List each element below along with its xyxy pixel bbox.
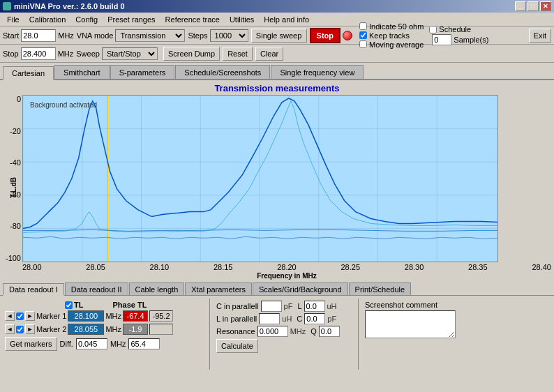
cable-xtal-section: C in parallell pF L uH L in parallell uH… (214, 299, 354, 370)
schedule-checkbox[interactable] (429, 26, 437, 33)
window-title: miniVNA Pro ver.: 2.6.0 build 0 (14, 2, 125, 10)
main-tabs: Cartesian Smithchart S-parameters Schedu… (0, 63, 554, 80)
moving-average-checkbox[interactable] (359, 40, 367, 48)
tab-single-frequency[interactable]: Single frequency view (271, 65, 364, 79)
resonance-unit: MHz (290, 327, 306, 336)
tab-scales[interactable]: Scales/Grid/Background (253, 282, 348, 295)
phase-tl-header: Phase TL (112, 301, 147, 309)
get-markers-row: Get markers Diff. 0.045 MHz 65.4 (5, 337, 203, 351)
stop-mhz: MHz (58, 50, 74, 58)
screenshot-section: Screenshot comment (363, 299, 467, 370)
marker1-phase: -95.2 (149, 310, 173, 322)
single-sweep-button[interactable]: Single sweep (251, 29, 307, 43)
menu-help[interactable]: Help and info (260, 15, 313, 24)
l-input[interactable] (304, 301, 325, 312)
vna-mode-select[interactable]: Transmission (115, 29, 185, 42)
tl-header: TL (74, 301, 83, 309)
start-mhz: MHz (58, 31, 74, 40)
marker2-freq: 28.055 (68, 324, 104, 335)
keep-tracks-checkbox[interactable] (359, 31, 367, 39)
menu-preset-ranges[interactable]: Preset ranges (103, 15, 159, 24)
marker1-prev[interactable]: ◄ (5, 311, 15, 321)
tab-cartesian[interactable]: Cartesian (3, 66, 54, 80)
marker1-tl: -67.4 (123, 310, 148, 322)
chart-inner: T.L.dB Background activated (22, 95, 551, 280)
marker2-checkbox[interactable] (16, 326, 24, 333)
chart-canvas: Background activated (22, 95, 498, 262)
toolbar-row2: Stop MHz Sweep Start/Stop Screen Dump Re… (0, 45, 554, 63)
y-tick-4: -80 (3, 222, 21, 230)
c-parallel-input[interactable] (261, 301, 282, 312)
marker1-label: Marker 1 (36, 312, 66, 320)
l-parallel-input[interactable] (259, 313, 280, 324)
indicate-50ohm-checkbox[interactable] (359, 22, 367, 30)
window-controls: _ □ ✕ (515, 1, 551, 11)
tab-xtal-parameters[interactable]: Xtal parameters (185, 282, 252, 295)
start-input[interactable] (21, 29, 56, 42)
toolbar-row1: Start MHz VNA mode Transmission Steps 10… (0, 27, 554, 45)
app-icon (3, 2, 11, 10)
tab-data-readout-2[interactable]: Data readout II (65, 282, 128, 295)
marker1-freq: 28.100 (68, 310, 104, 322)
tab-data-readout-1[interactable]: Data readout I (3, 283, 64, 296)
tl-checkbox[interactable] (65, 301, 73, 309)
screen-dump-button[interactable]: Screen Dump (163, 47, 220, 61)
marker2-phase (149, 324, 173, 335)
sweep-select[interactable]: Start/Stop (102, 47, 158, 60)
sweep-label: Sweep (76, 50, 100, 58)
tab-print-schedule[interactable]: Print/Schedule (349, 282, 412, 295)
resonance-input[interactable] (257, 326, 288, 337)
resonance-label: Resonance (216, 327, 255, 336)
reset-button[interactable]: Reset (223, 47, 253, 61)
c-label: C (297, 315, 302, 323)
moving-average-label: Moving average (369, 40, 424, 49)
y-tick-0: 0 (3, 95, 21, 103)
marker1-mhz: MHz (105, 312, 121, 320)
stop-label: Stop (3, 50, 19, 58)
data-panel: TL Phase TL ◄ ► Marker 1 28.100 MHz -67.… (0, 296, 554, 372)
y-axis-label: T.L.dB (10, 177, 17, 198)
marker1-next[interactable]: ► (25, 311, 35, 321)
l-unit: uH (327, 302, 337, 310)
steps-select[interactable]: 1000 (210, 29, 248, 42)
resonance-row: Resonance MHz Q (216, 326, 352, 337)
tab-cable-length[interactable]: Cable length (129, 282, 185, 295)
stop-input[interactable] (21, 47, 56, 60)
menu-utilities[interactable]: Utilities (225, 15, 258, 24)
exit-button[interactable]: Exit (529, 29, 551, 43)
menu-file[interactable]: File (3, 15, 24, 24)
samples-input[interactable] (432, 34, 451, 45)
clear-button[interactable]: Clear (255, 47, 283, 61)
l-label: L (297, 302, 301, 310)
menu-config[interactable]: Config (71, 15, 102, 24)
tab-s-parameters[interactable]: S-parameters (110, 65, 175, 79)
maximize-button[interactable]: □ (527, 1, 539, 11)
q-input[interactable] (319, 326, 340, 337)
l-parallel-label: L in parallell (216, 315, 257, 323)
menu-reference-trace[interactable]: Reference trace (161, 15, 224, 24)
tab-smithchart[interactable]: Smithchart (54, 65, 110, 79)
tab-schedule-screenshots[interactable]: Schedule/Screenshots (175, 65, 270, 79)
get-markers-button[interactable]: Get markers (5, 337, 57, 351)
marker2-label: Marker 2 (36, 325, 66, 333)
title-bar: miniVNA Pro ver.: 2.6.0 build 0 _ □ ✕ (0, 0, 554, 13)
diff-value: 0.045 (76, 338, 107, 349)
marker2-tl: -1.9 (123, 324, 148, 335)
c-input[interactable] (304, 313, 325, 324)
steps-label: Steps (188, 31, 207, 40)
menu-calibration[interactable]: Calibration (25, 15, 70, 24)
calculate-button[interactable]: Calculate (216, 339, 258, 353)
marker1-checkbox[interactable] (16, 312, 24, 320)
close-button[interactable]: ✕ (540, 1, 551, 11)
marker2-prev[interactable]: ◄ (5, 324, 15, 334)
stop-button[interactable]: Stop (310, 28, 340, 43)
marker2-next[interactable]: ► (25, 324, 35, 334)
y-tick-2: -40 (3, 158, 21, 167)
minimize-button[interactable]: _ (515, 1, 526, 11)
l-parallel-unit: uH (282, 315, 292, 323)
c-parallel-unit: pF (284, 302, 293, 310)
samples-label: Sample(s) (454, 36, 488, 44)
indicate-50ohm-label: Indicate 50 ohm (369, 22, 424, 31)
screenshot-input[interactable] (365, 310, 456, 338)
start-label: Start (3, 31, 19, 40)
